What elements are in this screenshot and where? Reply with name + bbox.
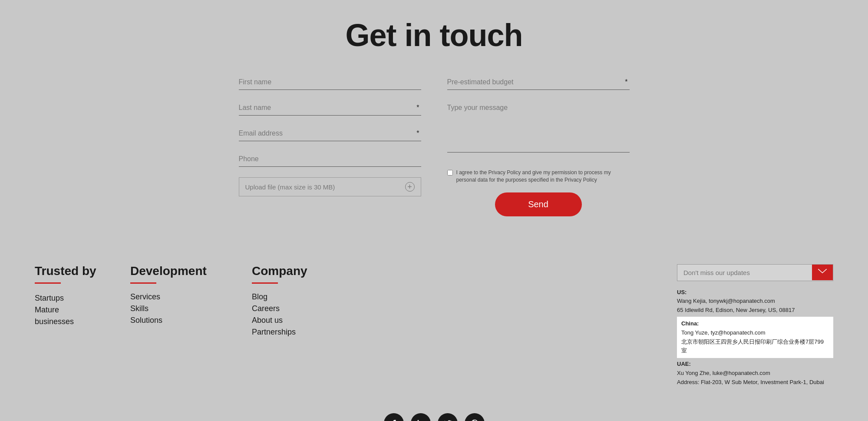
- development-underline: [130, 282, 156, 284]
- development-links: Services Skills Solutions: [130, 292, 252, 325]
- contact-form: * * Upload file (max size is 30 MB) + *: [239, 75, 630, 216]
- upload-file-box[interactable]: Upload file (max size is 30 MB) +: [239, 177, 421, 196]
- social-icons-row: [384, 413, 485, 421]
- footer-contact-col: US: Wang Kejia, tonywkj@hopanatech.com 6…: [677, 264, 833, 387]
- envelope-icon: [818, 269, 827, 276]
- phone-group: [239, 152, 421, 167]
- uae-address: Address: Flat-203, W Sub Metor, Investme…: [677, 379, 824, 385]
- uae-name: Xu Yong Zhe, luke@hopanatech.com: [677, 370, 770, 376]
- privacy-row: I agree to the Privacy Policy and give m…: [447, 169, 630, 184]
- first-name-input[interactable]: [239, 75, 421, 90]
- china-name: Tong Yuze, tyz@hopanatech.com: [681, 329, 766, 336]
- us-section: US: Wang Kejia, tonywkj@hopanatech.com 6…: [677, 288, 833, 315]
- last-name-group: *: [239, 100, 421, 116]
- footer-company-col: Company Blog Careers About us Partnershi…: [252, 264, 382, 337]
- company-link-about[interactable]: About us: [252, 316, 382, 325]
- trusted-item-3: businesses: [35, 317, 74, 326]
- page-title: Get in touch: [346, 17, 523, 53]
- us-address: 65 Idlewild Rd, Edison, New Jersey, US, …: [677, 307, 795, 313]
- footer-development-col: Development Services Skills Solutions: [130, 264, 252, 325]
- newsletter-input[interactable]: [677, 265, 812, 281]
- privacy-text: I agree to the Privacy Policy and give m…: [456, 169, 630, 184]
- contact-section: Get in touch * * Upload file (max size i…: [0, 0, 868, 242]
- china-label: China:: [681, 320, 699, 327]
- footer-trusted-col: Trusted by Startups Mature businesses: [35, 264, 130, 328]
- form-left-col: * * Upload file (max size is 30 MB) +: [239, 75, 421, 216]
- first-name-group: [239, 75, 421, 90]
- trusted-underline: [35, 282, 61, 284]
- last-name-input[interactable]: [239, 100, 421, 116]
- footer-bottom: © 2011 - 2021. HopanaTech All Rights Res…: [35, 404, 833, 421]
- message-textarea[interactable]: [447, 100, 630, 152]
- last-name-required: *: [416, 104, 419, 112]
- dev-link-skills[interactable]: Skills: [130, 304, 252, 313]
- development-heading: Development: [130, 264, 252, 278]
- dev-link-solutions[interactable]: Solutions: [130, 316, 252, 325]
- newsletter-row: [677, 264, 833, 281]
- upload-label: Upload file (max size is 30 MB): [245, 183, 335, 191]
- us-label: US:: [677, 289, 686, 295]
- message-group: [447, 100, 630, 154]
- budget-input[interactable]: [447, 75, 630, 90]
- trusted-text: Startups Mature businesses: [35, 292, 130, 328]
- upload-add-icon: +: [405, 182, 415, 192]
- footer-top: Trusted by Startups Mature businesses De…: [35, 264, 833, 387]
- privacy-checkbox[interactable]: [447, 170, 453, 176]
- facebook-icon[interactable]: [384, 413, 404, 421]
- newsletter-submit-button[interactable]: [812, 265, 833, 280]
- us-name: Wang Kejia, tonywkj@hopanatech.com: [677, 298, 775, 304]
- budget-required: *: [625, 78, 627, 86]
- uae-section: UAE: Xu Yong Zhe, luke@hopanatech.com Ad…: [677, 360, 833, 387]
- email-group: *: [239, 126, 421, 141]
- email-input[interactable]: [239, 126, 421, 141]
- china-section: China: Tong Yuze, tyz@hopanatech.com 北京市…: [677, 317, 833, 358]
- linkedin-icon[interactable]: [411, 413, 431, 421]
- twitter-icon[interactable]: [438, 413, 458, 421]
- company-heading: Company: [252, 264, 382, 278]
- company-links: Blog Careers About us Partnerships: [252, 292, 382, 337]
- dribbble-icon[interactable]: [465, 413, 485, 421]
- trusted-item-1: Startups: [35, 294, 64, 302]
- footer-section: Trusted by Startups Mature businesses De…: [0, 242, 868, 421]
- china-address: 北京市朝阳区王四营乡人民日报印刷厂综合业务楼7层799室: [681, 338, 824, 354]
- contact-info: US: Wang Kejia, tonywkj@hopanatech.com 6…: [677, 288, 833, 387]
- dev-link-services[interactable]: Services: [130, 292, 252, 302]
- company-link-partnerships[interactable]: Partnerships: [252, 328, 382, 337]
- budget-group: *: [447, 75, 630, 90]
- trusted-heading: Trusted by: [35, 264, 130, 278]
- uae-label: UAE:: [677, 361, 691, 367]
- phone-input[interactable]: [239, 152, 421, 167]
- send-button[interactable]: Send: [495, 192, 582, 216]
- company-link-careers[interactable]: Careers: [252, 304, 382, 313]
- form-right-col: * I agree to the Privacy Policy and give…: [447, 75, 630, 216]
- company-link-blog[interactable]: Blog: [252, 292, 382, 302]
- email-required: *: [416, 129, 419, 137]
- company-underline: [252, 282, 278, 284]
- trusted-item-2: Mature: [35, 305, 59, 314]
